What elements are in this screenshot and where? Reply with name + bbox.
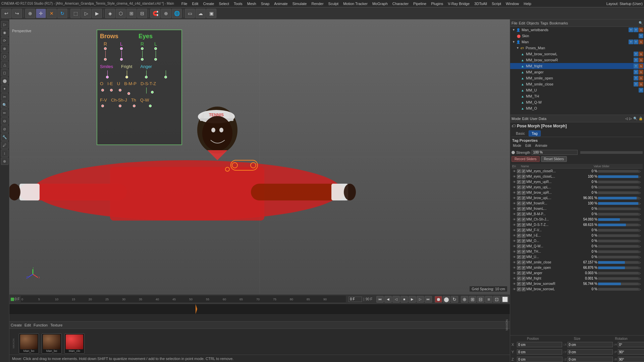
menu-animate[interactable]: Animate — [272, 1, 289, 6]
left-tool-16[interactable]: 🖊 — [1, 141, 8, 149]
redo-btn[interactable]: ↪ — [12, 9, 22, 18]
slider-row-8[interactable]: 👁 MM_B-M-P... 0 % ▷ — [512, 212, 643, 217]
tl-loop[interactable]: ↻ — [451, 296, 458, 303]
rotate-tool[interactable]: ↻ — [57, 9, 67, 18]
menu-select[interactable]: Select — [217, 1, 231, 6]
slider-eye-20[interactable]: 👁 — [512, 277, 516, 281]
menu-character[interactable]: Character — [390, 1, 411, 6]
left-tool-14[interactable]: ⊘ — [1, 125, 8, 133]
slider-cb-21[interactable] — [517, 282, 521, 286]
slider-cb2-7[interactable] — [522, 207, 526, 211]
left-tool-5[interactable]: ⬡ — [1, 53, 8, 60]
slider-eye-22[interactable]: 👁 — [512, 287, 516, 291]
background[interactable]: ▣ — [206, 9, 216, 18]
slider-eye-12[interactable]: 👁 — [512, 234, 516, 238]
slider-eye-8[interactable]: 👁 — [512, 212, 516, 216]
menu-window[interactable]: Window — [504, 1, 521, 6]
left-tool-3[interactable]: ⟳ — [1, 37, 8, 44]
slider-row-18[interactable]: 👁 MM_smile_open 66.876 % ▷ — [512, 265, 643, 270]
menu-tools[interactable]: Tools — [232, 1, 245, 6]
slider-arrow-10[interactable]: ▷ — [639, 223, 642, 227]
menu-script[interactable]: Script — [490, 1, 503, 6]
tl-next-frame[interactable]: ▷ — [417, 296, 424, 303]
slider-cb-20[interactable] — [517, 277, 521, 281]
slider-eye-10[interactable]: 👁 — [512, 223, 516, 227]
slider-row-11[interactable]: 👁 MM_F-V... 0 % ▷ — [512, 228, 643, 233]
slider-row-9[interactable]: 👁 MM_Ch-Sh-J... 54.093 % ▷ — [512, 217, 643, 222]
tf-size-x-input[interactable] — [568, 342, 613, 347]
slider-cb-1[interactable] — [517, 175, 521, 179]
obj-row-anger[interactable]: ▲ MM_anger T S — [510, 69, 644, 75]
sky[interactable]: ☁ — [196, 9, 206, 18]
obj-search-icon[interactable]: 🔍 — [639, 21, 643, 25]
slider-bar-9[interactable] — [598, 218, 638, 221]
slider-eye-18[interactable]: 👁 — [512, 266, 516, 270]
left-tool-12[interactable]: ✏ — [1, 109, 8, 117]
slider-cb-6[interactable] — [517, 201, 521, 205]
left-tool-10[interactable]: ✂ — [1, 93, 8, 101]
slider-eye-5[interactable]: 👁 — [512, 196, 516, 200]
slider-row-3[interactable]: 👁 MM_eyes_upL... 0 % ▷ — [512, 185, 643, 190]
slider-cb-17[interactable] — [517, 260, 521, 264]
slider-eye-3[interactable]: 👁 — [512, 185, 516, 189]
slider-row-15[interactable]: 👁 MM_TH... 0 % ▷ — [512, 249, 643, 254]
slider-eye-2[interactable]: 👁 — [512, 180, 516, 184]
left-tool-13[interactable]: ⊖ — [1, 117, 8, 125]
slider-row-13[interactable]: 👁 MM_O... 0 % ▷ — [512, 238, 643, 244]
slider-arrow-3[interactable]: ▷ — [639, 186, 642, 189]
tf-pos-z-input[interactable] — [517, 357, 562, 362]
tl-mode4[interactable]: ≡ — [485, 296, 492, 303]
slider-arrow-6[interactable]: ▷ — [639, 202, 642, 205]
slider-arrow-18[interactable]: ▷ — [639, 266, 642, 269]
obj-objects[interactable]: Objects — [527, 21, 539, 25]
menu-plugins[interactable]: Plugins — [429, 1, 445, 6]
slider-cb2-22[interactable] — [522, 287, 526, 291]
obj-row-poses-man[interactable]: ▼ 🏷 Poses_Man — [510, 45, 644, 51]
tab-basic[interactable]: Basic — [513, 130, 528, 136]
slider-cb-0[interactable] — [517, 169, 521, 173]
obj-row-mmth[interactable]: ▲ MM_TH — [510, 93, 644, 99]
slider-arrow-4[interactable]: ▷ — [639, 191, 642, 194]
slider-cb2-10[interactable] — [522, 223, 526, 227]
slider-cb2-5[interactable] — [522, 196, 526, 200]
slider-eye-7[interactable]: 👁 — [512, 207, 516, 211]
menu-motion-tracker[interactable]: Motion Tracker — [341, 1, 370, 6]
left-tool-15[interactable]: 🔧 — [1, 133, 8, 141]
snap-btn[interactable]: 🧲 — [150, 9, 160, 18]
slider-eye-14[interactable]: 👁 — [512, 244, 516, 248]
tab-tag[interactable]: Tag — [529, 130, 541, 136]
slider-row-5[interactable]: 👁 MM_brow_upL... 96.001 % ▷ — [512, 195, 643, 201]
slider-arrow-5[interactable]: ▷ — [639, 196, 642, 200]
slider-bar-0[interactable] — [598, 170, 638, 173]
slider-bar-16[interactable] — [598, 256, 638, 258]
slider-row-1[interactable]: 👁 MM_eyes_closeL... 100 % ▷ — [512, 174, 643, 179]
tl-mode5[interactable]: ⊡ — [493, 296, 500, 303]
attr-back[interactable]: ◁ — [625, 117, 628, 120]
slider-cb-18[interactable] — [517, 266, 521, 270]
slider-bar-10[interactable] — [598, 224, 638, 226]
mode-tab-animate[interactable]: Animate — [534, 143, 549, 148]
mode-tab-edit[interactable]: Edit — [524, 143, 532, 148]
move-tool[interactable]: ✛ — [36, 9, 46, 18]
slider-eye-13[interactable]: 👁 — [512, 239, 516, 243]
record-sliders-btn[interactable]: Record Sliders — [512, 156, 540, 162]
slider-bar-22[interactable] — [598, 288, 638, 291]
slider-arrow-15[interactable]: ▷ — [639, 250, 642, 253]
slider-eye-17[interactable]: 👁 — [512, 260, 516, 264]
obj-file[interactable]: File — [512, 21, 518, 25]
obj-arrow-man[interactable]: ▼ — [512, 40, 515, 44]
slider-arrow-7[interactable]: ▷ — [639, 207, 642, 210]
left-tool-9[interactable]: ✦ — [1, 85, 8, 93]
slider-arrow-20[interactable]: ▷ — [639, 277, 642, 280]
tl-mode2[interactable]: ⊞ — [469, 296, 476, 303]
axis-btn[interactable]: ⊕ — [161, 9, 171, 18]
slider-bar-2[interactable] — [598, 181, 638, 183]
slider-arrow-11[interactable]: ▷ — [639, 229, 642, 232]
slider-row-2[interactable]: 👁 MM_eyes_upR... 0 % ▷ — [512, 179, 643, 185]
bp-uv[interactable]: ⊟ — [137, 9, 147, 18]
obj-row-smile-close[interactable]: ▲ MM_smile_close T S — [510, 81, 644, 87]
slider-cb-10[interactable] — [517, 223, 521, 227]
menu-render[interactable]: Render — [309, 1, 325, 6]
slider-bar-14[interactable] — [598, 245, 638, 248]
material-man-clo[interactable]: Man_clo — [64, 334, 85, 354]
